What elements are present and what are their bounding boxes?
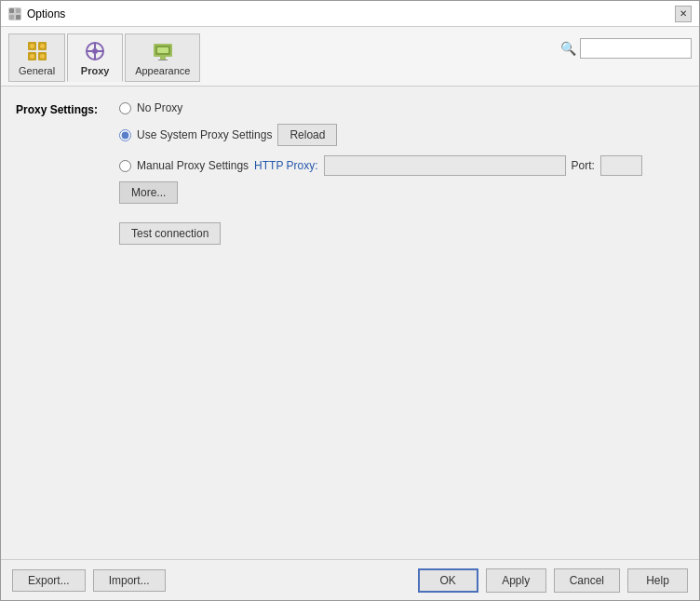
svg-rect-2 [9, 15, 14, 20]
search-area: 🔍 [560, 38, 692, 59]
proxy-settings-label: Proxy Settings: [16, 103, 104, 116]
svg-rect-0 [9, 8, 14, 13]
manual-proxy-label[interactable]: Manual Proxy Settings [137, 159, 249, 172]
tab-appearance-label: Appearance [135, 65, 190, 76]
test-connection-section: Test connection [119, 222, 684, 245]
proxy-tab-icon [84, 40, 106, 62]
close-button[interactable]: ✕ [675, 6, 692, 22]
search-input[interactable] [580, 38, 692, 59]
tab-general-label: General [19, 65, 55, 76]
manual-proxy-radio[interactable] [119, 160, 131, 172]
svg-rect-22 [158, 60, 168, 60]
svg-point-10 [30, 54, 34, 59]
cancel-button[interactable]: Cancel [554, 568, 620, 593]
footer-left-buttons: Export... Import... [12, 569, 166, 592]
use-system-proxy-label[interactable]: Use System Proxy Settings [137, 128, 272, 141]
toolbar: General Proxy [1, 27, 699, 87]
svg-rect-21 [160, 57, 166, 60]
svg-point-9 [40, 44, 45, 48]
tab-general[interactable]: General [8, 33, 65, 82]
system-proxy-row: Use System Proxy Settings Reload [119, 124, 684, 146]
main-content: Proxy Settings: No Proxy Use System Prox… [1, 87, 699, 559]
port-label: Port: [572, 159, 595, 172]
test-connection-button[interactable]: Test connection [119, 222, 221, 245]
reload-button[interactable]: Reload [277, 124, 337, 146]
title-bar: Options ✕ [1, 1, 699, 27]
port-input[interactable] [600, 155, 642, 176]
use-system-proxy-radio[interactable] [119, 129, 131, 141]
more-button[interactable]: More... [119, 181, 178, 204]
proxy-settings-section: Proxy Settings: No Proxy Use System Prox… [16, 101, 684, 204]
export-button[interactable]: Export... [12, 569, 86, 592]
window-title: Options [27, 7, 65, 20]
svg-rect-20 [157, 47, 168, 53]
window-icon [8, 7, 21, 20]
proxy-options: No Proxy Use System Proxy Settings Reloa… [119, 101, 684, 204]
http-proxy-label: HTTP Proxy: [254, 159, 317, 172]
svg-point-13 [92, 48, 98, 54]
help-button[interactable]: Help [627, 568, 688, 593]
no-proxy-row: No Proxy [119, 101, 684, 114]
http-proxy-input[interactable] [324, 155, 566, 176]
tab-bar: General Proxy [8, 31, 200, 82]
apply-button[interactable]: Apply [486, 568, 546, 593]
ok-button[interactable]: OK [418, 568, 478, 593]
svg-point-8 [30, 44, 34, 48]
general-tab-icon [26, 40, 48, 62]
footer: Export... Import... OK Apply Cancel Help [1, 559, 699, 600]
svg-rect-3 [16, 15, 20, 20]
search-icon: 🔍 [560, 41, 576, 56]
footer-right-buttons: OK Apply Cancel Help [418, 568, 688, 593]
tab-proxy[interactable]: Proxy [67, 33, 123, 82]
no-proxy-label[interactable]: No Proxy [137, 101, 182, 114]
import-button[interactable]: Import... [93, 569, 166, 592]
options-window: Options ✕ [0, 0, 700, 601]
svg-point-11 [40, 54, 45, 59]
svg-rect-1 [16, 8, 20, 13]
tab-appearance[interactable]: Appearance [125, 33, 200, 82]
tab-proxy-label: Proxy [81, 65, 110, 76]
no-proxy-radio[interactable] [119, 102, 131, 114]
appearance-tab-icon [152, 40, 174, 62]
manual-proxy-row: Manual Proxy Settings HTTP Proxy: Port: … [119, 155, 684, 204]
